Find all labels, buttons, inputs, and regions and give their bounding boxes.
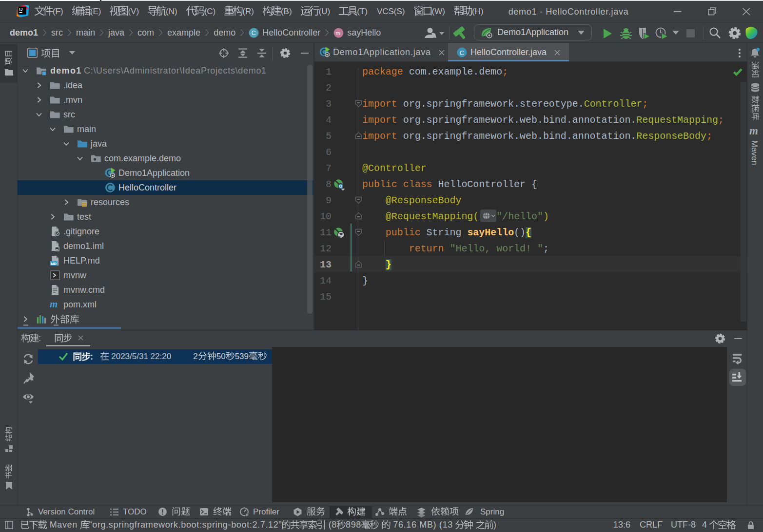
svg-text:m: m xyxy=(336,30,341,36)
svg-text:C: C xyxy=(252,30,256,37)
svg-text:IJ: IJ xyxy=(19,7,22,12)
svg-text:MD: MD xyxy=(51,262,57,266)
svg-text:C: C xyxy=(460,50,464,57)
